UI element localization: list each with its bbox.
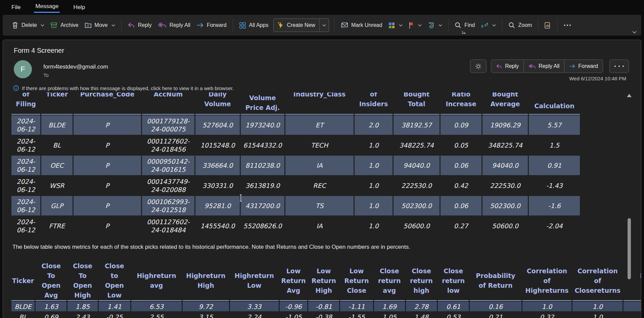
create-new-button[interactable]: Create New bbox=[273, 18, 329, 32]
table-cell: 2.78 bbox=[406, 302, 437, 311]
create-new-dropdown[interactable] bbox=[319, 19, 329, 32]
table-row: BL0.692.43-0.252.553.152.24-1.05-0.38-1.… bbox=[11, 312, 641, 318]
column-header: Close To Open High bbox=[67, 261, 97, 301]
table-cell: 3.15 bbox=[183, 312, 229, 318]
table-cell: 0001437749-24-020088 bbox=[142, 176, 194, 195]
column-header: Daily Volume bbox=[195, 92, 240, 115]
historical-metrics-table: TickerClose To Open AvgClose To Open Hig… bbox=[10, 261, 641, 318]
search-icon bbox=[455, 22, 461, 29]
envelope-icon bbox=[340, 22, 348, 29]
table-row: 2024-06-12OECP0000950142-24-001615336664… bbox=[11, 156, 580, 175]
reply-all-icon bbox=[158, 22, 167, 28]
table-cell: 50600.0 bbox=[482, 216, 528, 236]
reply-all-button[interactable]: Reply All bbox=[155, 19, 193, 31]
forward-button[interactable]: Forward bbox=[193, 19, 230, 31]
column-header: Ratio Increase bbox=[441, 92, 481, 115]
chevron-down-icon[interactable] bbox=[492, 24, 496, 27]
column-header: AccNum bbox=[142, 92, 194, 115]
table-cell: -1.55 bbox=[340, 312, 373, 318]
sender-avatar[interactable]: F bbox=[14, 60, 32, 78]
table-cell: 94040.0 bbox=[394, 156, 440, 175]
table-cell: 502300.0 bbox=[394, 196, 440, 215]
zoom-magnifier-icon bbox=[508, 22, 515, 29]
table-cell: 38192.57 bbox=[394, 115, 440, 135]
column-header: of Insiders bbox=[355, 92, 393, 115]
vertical-scrollbar[interactable] bbox=[626, 92, 632, 318]
all-apps-button[interactable]: All Apps bbox=[236, 19, 272, 32]
table-cell: REC bbox=[285, 176, 354, 195]
forward-button[interactable]: Forward bbox=[564, 59, 603, 73]
reply-button-group: Reply Reply All Forward bbox=[491, 59, 603, 73]
table-cell: -0.96 bbox=[280, 302, 307, 311]
table-cell: 1.48 bbox=[406, 312, 437, 318]
table-cell: FTRE bbox=[41, 216, 73, 236]
apps-grid-icon bbox=[239, 22, 246, 29]
report-chart-icon bbox=[544, 22, 551, 29]
message-info-banner[interactable]: If there are problems with how this mess… bbox=[13, 85, 234, 91]
light-mode-button[interactable] bbox=[470, 59, 487, 73]
more-options-icon[interactable] bbox=[561, 25, 574, 26]
mark-unread-button[interactable]: Mark Unread bbox=[337, 19, 385, 32]
menu-file[interactable]: File bbox=[10, 3, 22, 13]
table-row: 2024-06-12WSRP0001437749-24-020088330331… bbox=[11, 176, 580, 195]
table-cell: 222530.0 bbox=[482, 176, 528, 195]
table-cell: 502300.0 bbox=[482, 196, 528, 215]
collapse-ribbon-icon[interactable] bbox=[632, 31, 637, 34]
reply-button[interactable]: Reply bbox=[125, 19, 155, 31]
table-cell: 61544332.0 bbox=[241, 135, 284, 155]
table-cell: 55208626.0 bbox=[241, 216, 284, 236]
move-button[interactable]: Move bbox=[82, 19, 118, 32]
translate-button[interactable]: a bbox=[478, 19, 499, 32]
separator bbox=[121, 19, 122, 32]
table-cell: 94040.0 bbox=[482, 156, 528, 175]
table-cell: 1.0 bbox=[355, 135, 393, 155]
table-cell: BL bbox=[41, 135, 73, 155]
column-header: of Filing bbox=[11, 92, 40, 115]
reporting-button[interactable] bbox=[541, 19, 554, 32]
reply-button[interactable]: Reply bbox=[491, 59, 524, 73]
chevron-down-icon[interactable] bbox=[41, 24, 44, 27]
separator bbox=[334, 19, 334, 32]
delete-button[interactable]: Delete bbox=[9, 18, 47, 32]
column-header: Highreturn Low bbox=[230, 261, 279, 301]
chevron-down-icon[interactable] bbox=[418, 24, 422, 27]
menu-help[interactable]: Help bbox=[72, 3, 86, 13]
table-cell: 0001127602-24-018456 bbox=[142, 135, 194, 155]
table-cell: 0.06 bbox=[441, 196, 481, 215]
table-cell: P bbox=[74, 176, 141, 195]
table-cell: 1.0 bbox=[355, 196, 393, 215]
table-cell: 1.85 bbox=[67, 302, 97, 311]
zoom-button[interactable]: Zoom bbox=[505, 19, 535, 32]
column-header: Bought Total bbox=[394, 92, 440, 115]
scrollbar-thumb[interactable] bbox=[628, 218, 631, 279]
ribbon-dialog-launcher[interactable] bbox=[461, 30, 466, 35]
menu-message[interactable]: Message bbox=[34, 2, 60, 13]
table-cell: BL bbox=[11, 312, 35, 318]
categorize-button[interactable] bbox=[385, 19, 406, 32]
flag-button[interactable] bbox=[406, 19, 425, 32]
table-cell: IA bbox=[285, 156, 354, 175]
more-actions-icon[interactable] bbox=[609, 59, 629, 73]
recipient-label[interactable]: To bbox=[43, 72, 49, 78]
table-cell: -1.05 bbox=[280, 312, 307, 318]
archive-button[interactable]: Archive bbox=[47, 19, 81, 32]
chevron-down-icon[interactable] bbox=[111, 24, 115, 27]
categorize-grid-icon bbox=[388, 22, 395, 29]
scroll-up-arrow-icon[interactable] bbox=[627, 94, 632, 97]
table-cell: -1.43 bbox=[529, 176, 580, 195]
column-header: Close To Open Avg bbox=[36, 261, 66, 301]
table-cell: TECH bbox=[285, 135, 354, 155]
table-cell: 0001127602-24-018484 bbox=[142, 216, 194, 236]
column-header: Correlation of Highreturns bbox=[522, 261, 571, 301]
table-cell: 1.0 bbox=[572, 302, 623, 311]
table-cell: -1.11 bbox=[340, 302, 373, 311]
chevron-down-icon[interactable] bbox=[399, 24, 403, 27]
reply-all-button[interactable]: Reply All bbox=[523, 59, 564, 73]
share-to-button[interactable] bbox=[425, 19, 445, 32]
header-row: of FilingTickerPurchase_CodeAccNumDaily … bbox=[11, 92, 580, 115]
column-header: Low Return Close bbox=[340, 261, 373, 301]
column-header: Highreturn High bbox=[183, 261, 229, 301]
chevron-down-icon[interactable] bbox=[439, 24, 442, 27]
sender-email[interactable]: form4testdev@gmail.com bbox=[43, 64, 108, 70]
table-cell: 1.63 bbox=[36, 302, 66, 311]
